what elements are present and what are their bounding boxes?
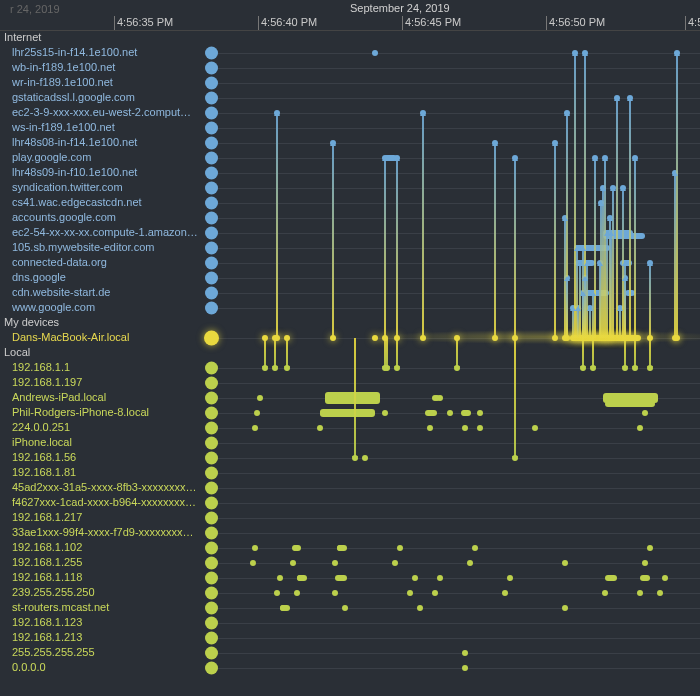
host-origin-dot[interactable]	[205, 571, 218, 584]
host-label[interactable]: Andrews-iPad.local	[0, 390, 205, 405]
host-origin-dot[interactable]	[205, 211, 218, 224]
host-label[interactable]: 192.168.1.102	[0, 540, 205, 555]
host-label[interactable]: 192.168.1.213	[0, 630, 205, 645]
event-dot[interactable]	[477, 425, 483, 431]
host-label[interactable]: 33ae1xxx-99f4-xxxx-f7d9-xxxxxxxx…	[0, 525, 205, 540]
host-origin-dot[interactable]	[205, 631, 218, 644]
host-origin-dot[interactable]	[205, 196, 218, 209]
activity-bar[interactable]	[320, 409, 375, 417]
event-dot[interactable]	[575, 305, 581, 311]
host-label[interactable]: 192.168.1.123	[0, 615, 205, 630]
activity-bar[interactable]	[625, 290, 635, 296]
event-dot[interactable]	[392, 560, 398, 566]
event-dot[interactable]	[608, 230, 614, 236]
event-dot[interactable]	[332, 395, 338, 401]
host-timeline-row[interactable]	[205, 390, 700, 405]
event-dot[interactable]	[592, 155, 598, 161]
host-label[interactable]: ws-in-f189.1e100.net	[0, 120, 205, 135]
event-dot[interactable]	[607, 395, 613, 401]
event-dot[interactable]	[277, 575, 283, 581]
event-dot[interactable]	[412, 575, 418, 581]
event-dot[interactable]	[274, 335, 280, 341]
host-sidebar[interactable]: Internetlhr25s15-in-f14.1e100.netwb-in-f…	[0, 30, 205, 696]
event-dot[interactable]	[362, 455, 368, 461]
host-origin-dot[interactable]	[205, 526, 218, 539]
event-dot[interactable]	[580, 245, 586, 251]
host-label[interactable]: lhr25s15-in-f14.1e100.net	[0, 45, 205, 60]
event-dot[interactable]	[610, 185, 616, 191]
event-dot[interactable]	[562, 605, 568, 611]
event-dot[interactable]	[462, 650, 468, 656]
event-dot[interactable]	[552, 335, 558, 341]
event-dot[interactable]	[420, 335, 426, 341]
host-timeline-row[interactable]	[205, 225, 700, 240]
group-header-internet[interactable]: Internet	[0, 30, 205, 45]
host-label[interactable]: 192.168.1.81	[0, 465, 205, 480]
host-timeline-row[interactable]	[205, 165, 700, 180]
host-timeline-row[interactable]	[205, 300, 700, 315]
event-dot[interactable]	[564, 110, 570, 116]
host-origin-dot[interactable]	[205, 46, 218, 59]
host-label[interactable]: ec2-54-xx-xx-xx.compute-1.amazon…	[0, 225, 205, 240]
event-dot[interactable]	[600, 185, 606, 191]
host-timeline-row[interactable]	[205, 45, 700, 60]
host-timeline-row[interactable]	[205, 150, 700, 165]
event-dot[interactable]	[617, 305, 623, 311]
host-label[interactable]: gstaticadssl.l.google.com	[0, 90, 205, 105]
host-timeline-row[interactable]	[205, 75, 700, 90]
host-origin-dot[interactable]	[205, 181, 218, 194]
event-dot[interactable]	[582, 275, 588, 281]
event-dot[interactable]	[372, 335, 378, 341]
host-origin-dot[interactable]	[205, 361, 218, 374]
host-timeline-row[interactable]	[205, 570, 700, 585]
host-label[interactable]: iPhone.local	[0, 435, 205, 450]
host-timeline-row[interactable]	[205, 60, 700, 75]
event-dot[interactable]	[284, 335, 290, 341]
event-dot[interactable]	[472, 545, 478, 551]
host-timeline-row[interactable]	[205, 255, 700, 270]
event-dot[interactable]	[637, 590, 643, 596]
host-label[interactable]: play.google.com	[0, 150, 205, 165]
host-label[interactable]: 192.168.1.255	[0, 555, 205, 570]
event-dot[interactable]	[320, 410, 326, 416]
host-origin-dot[interactable]	[205, 241, 218, 254]
event-dot[interactable]	[602, 590, 608, 596]
host-origin-dot[interactable]	[205, 271, 218, 284]
event-dot[interactable]	[257, 395, 263, 401]
host-timeline-row[interactable]	[205, 630, 700, 645]
event-dot[interactable]	[332, 560, 338, 566]
event-dot[interactable]	[642, 575, 648, 581]
host-timeline-row[interactable]	[205, 645, 700, 660]
event-dot[interactable]	[590, 365, 596, 371]
event-dot[interactable]	[420, 110, 426, 116]
host-origin-dot[interactable]	[205, 166, 218, 179]
event-dot[interactable]	[507, 575, 513, 581]
host-label[interactable]: 192.168.1.56	[0, 450, 205, 465]
event-dot[interactable]	[632, 155, 638, 161]
host-label[interactable]: 255.255.255.255	[0, 645, 205, 660]
event-dot[interactable]	[627, 95, 633, 101]
host-label[interactable]: wr-in-f189.1e100.net	[0, 75, 205, 90]
host-label[interactable]: www.google.com	[0, 300, 205, 315]
event-dot[interactable]	[272, 365, 278, 371]
host-timeline-row[interactable]	[205, 180, 700, 195]
host-label[interactable]: 224.0.0.251	[0, 420, 205, 435]
event-dot[interactable]	[622, 275, 628, 281]
event-dot[interactable]	[284, 365, 290, 371]
event-dot[interactable]	[337, 575, 343, 581]
event-dot[interactable]	[652, 395, 658, 401]
event-dot[interactable]	[462, 410, 468, 416]
event-dot[interactable]	[622, 260, 628, 266]
event-dot[interactable]	[427, 410, 433, 416]
host-label[interactable]: 45ad2xxx-31a5-xxxx-8fb3-xxxxxxxx…	[0, 480, 205, 495]
host-origin-dot[interactable]	[205, 601, 218, 614]
host-timeline-row[interactable]	[205, 585, 700, 600]
host-origin-dot[interactable]	[205, 76, 218, 89]
host-label[interactable]: dns.google	[0, 270, 205, 285]
event-dot[interactable]	[642, 410, 648, 416]
event-dot[interactable]	[274, 590, 280, 596]
group-header-my[interactable]: My devices	[0, 315, 205, 330]
event-dot[interactable]	[462, 665, 468, 671]
host-label[interactable]: 0.0.0.0	[0, 660, 205, 675]
host-timeline-row[interactable]	[205, 105, 700, 120]
